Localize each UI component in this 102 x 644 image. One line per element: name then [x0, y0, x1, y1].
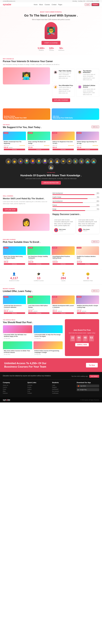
nav-pages[interactable]: Pages [58, 4, 62, 6]
recent-enroll-3[interactable]: Enroll Now [77, 312, 98, 314]
nav-about[interactable]: About [39, 4, 43, 6]
blog-post-date-1: 22 July 2023 [34, 338, 62, 339]
blog-post-title-2: Why Some Online Courses Are Better Than … [4, 350, 31, 353]
skill-bar-track-1 [52, 198, 99, 199]
stat-courses: 🎓 13 Certified Courses [27, 272, 50, 282]
explore-course-3[interactable]: ONLINE English For Freelance Workers Bas… [76, 246, 99, 266]
skill-bar-label-2: App Development65% [52, 200, 99, 202]
recent-course-1[interactable]: ONLINE Learn Data Science With Python Pa… [27, 295, 51, 315]
footer-link-blog[interactable]: Blog [3, 390, 25, 392]
enroll-button-2[interactable]: Enroll Now [52, 149, 74, 150]
hero-cta-button[interactable]: START A COURSE [42, 41, 60, 45]
apple-store-badge[interactable]: 🍎 App Store [77, 384, 99, 387]
recent-course-3[interactable]: ONLINE Webflow Workshop Build A Simple L… [76, 295, 99, 315]
explore-course-2[interactable]: ONLINE Dropshipping Best Practices Makin… [51, 246, 75, 266]
recent-thumb-0: ONLINE [3, 296, 26, 304]
explore-enroll-0[interactable]: Enroll Now [4, 263, 25, 265]
google-play-badge[interactable]: ▶ Google Play [77, 388, 99, 391]
blog-title: You Should Read Our Post . [3, 321, 63, 324]
category-card-kids-content: Kids Zone Educating Your Child Early [53, 116, 73, 119]
footer-tagline: Top Over 4150 Leading Logo [71, 376, 88, 377]
footer-top-row: Education must be obtained by anyone and… [3, 375, 99, 378]
footer-link-certificates[interactable]: Certificates [52, 392, 75, 394]
nav-contact[interactable]: Contact [51, 4, 56, 6]
cta-button[interactable]: Try Now [86, 363, 98, 368]
enroll-button-0[interactable]: Enroll Now [4, 149, 25, 150]
explore-info-0: Boost Your Design Work Using Top Figma P… [3, 255, 26, 266]
explore-meta-2: 43 ★★★ [52, 260, 74, 261]
explore-enroll-1[interactable]: Enroll Now [28, 263, 50, 265]
explore-see-all-button[interactable]: SEE ALL [92, 240, 99, 243]
explore-courses-grid: ONLINE Boost Your Design Work Using Top … [3, 246, 99, 266]
register-button[interactable]: Register [92, 3, 99, 6]
explore-thumb-3: ONLINE [76, 246, 99, 255]
skills-explore-button[interactable]: EXPLORE NOW [3, 208, 17, 212]
course-card-0[interactable]: ONLINE Modern JavaScript From The Beginn… [3, 132, 26, 151]
top-picks-see-all[interactable]: SEE ALL [92, 126, 99, 128]
blog-post-2[interactable]: Why Some Online Courses Are Better Than … [3, 341, 32, 356]
footer-link-events[interactable]: Events [27, 386, 50, 388]
hero-title: Go To The Next Level With Synauw . [3, 14, 99, 18]
explore-button[interactable]: EXPLORE COURSES [52, 98, 70, 102]
event-enroll-button[interactable]: ENROLL NOW [75, 343, 89, 346]
recent-thumb-3: ONLINE [76, 296, 99, 304]
footer-link-courses[interactable]: Courses [27, 384, 50, 386]
course-thumb-1: ONLINE [27, 132, 50, 140]
blog-post-3[interactable]: 50 Best Online Courses Of Programming La… [33, 341, 63, 356]
skill-bar-track-4 [52, 210, 99, 211]
explore-enroll-3[interactable]: Enroll Now [77, 263, 98, 265]
instructors-banner: 👩 👨 👩‍🦱 👨‍🦳 👩‍🦰 👨‍🦲 👩‍🦳 👨‍💼 👩‍💼 👨‍🎓 👩‍🎓 … [0, 155, 102, 188]
footer-link-gallery[interactable]: Gallery [27, 388, 50, 390]
course-card-3[interactable]: ONLINE Python Django App Develops To-Do … [76, 132, 99, 151]
enroll-button-1[interactable]: Enroll Now [28, 149, 50, 150]
countdown-hrs: 44 Hrs [76, 336, 81, 341]
recent-enroll-0[interactable]: Enroll Now [4, 312, 25, 314]
join-instructor-button[interactable]: JOIN AS INSTRUCTOR [41, 181, 61, 184]
footer-link-careers[interactable]: Carrers [3, 386, 25, 388]
recent-see-all-button[interactable]: SEE ALL [92, 290, 99, 292]
recent-course-0[interactable]: ONLINE JavaScript Data Structures E-Comm… [3, 295, 26, 315]
footer-link-faq[interactable]: FAQ [27, 390, 50, 392]
footer-link-dashboard[interactable]: Dashboard [52, 388, 75, 390]
instructor-photo-2: 👩‍🦱 [18, 158, 23, 164]
enroll-button-3[interactable]: Enroll Now [77, 149, 98, 150]
footer-link-register[interactable]: Register [52, 386, 75, 388]
footer-link-mycourses[interactable]: My Courses [52, 390, 75, 392]
footer-link-login[interactable]: Login [52, 384, 75, 386]
feature-video-text: High Video Quality Lorem ipsum dolor sit… [59, 70, 74, 79]
explore-info-3: English For Freelance Workers Basic 61 ★… [76, 255, 99, 266]
recent-enroll-2[interactable]: Enroll Now [52, 312, 74, 314]
instructor-photo-12: 👩‍🏫 [79, 158, 84, 164]
recent-enroll-1[interactable]: Enroll Now [28, 312, 50, 314]
blog-post-title-0: 5 Essential Skills That Will Make Your S… [4, 334, 31, 337]
recent-price-0: $90.00 $543.99 [4, 310, 25, 312]
login-button[interactable]: Login [85, 3, 90, 6]
category-card-kids[interactable]: Kids Zone Educating Your Child Early [52, 108, 99, 120]
stat-awards: 🏆 284 Awards [52, 272, 75, 282]
blog-post-0[interactable]: 5 Essential Skills That Will Make Your S… [3, 325, 32, 340]
explore-course-0[interactable]: ONLINE Boost Your Design Work Using Top … [3, 246, 26, 266]
footer-cta-button[interactable]: Get Started [89, 375, 99, 378]
explore-course-1[interactable]: ONLINE Our Experience Design Usability T… [27, 246, 51, 266]
footer-link-press[interactable]: Press [3, 388, 25, 390]
recent-thumb-2: ONLINE [52, 296, 75, 304]
nav-home[interactable]: Home [34, 4, 38, 6]
event-title: Join Event For Free [73, 329, 91, 331]
nav-courses[interactable]: Courses [45, 4, 50, 6]
recent-info-1: Learn Data Science With Python Pandas An… [27, 304, 50, 315]
footer-col-app: Download Our App 🍎 App Store ▶ Google Pl… [77, 382, 99, 394]
footer-link-contact[interactable]: Contact [27, 392, 50, 394]
skills-image: 👩 [3, 214, 50, 231]
footer-link-partners[interactable]: Partners [3, 392, 25, 394]
explore-enroll-2[interactable]: Enroll Now [52, 263, 74, 265]
explore-section: EXPLORE COURSES Pick Your Suitable Ones … [0, 237, 102, 268]
course-card-1[interactable]: ONLINE Deep Learning The Basic UX Design… [27, 132, 51, 151]
course-card-2[interactable]: ONLINE Node.js For Beginners From Zero T… [51, 132, 75, 151]
course-instructor-1: Anna Smith [28, 145, 34, 146]
blog-post-1[interactable]: 12 Essential Skills To Help Find The Des… [33, 325, 63, 340]
instructor-photo-9: 👨‍🎓 [60, 158, 66, 164]
explore-header-left: EXPLORE COURSES Pick Your Suitable Ones … [3, 239, 40, 244]
footer-link-about[interactable]: About Us [3, 384, 25, 386]
category-card-business[interactable]: Business Training Keep Training, Build Y… [3, 108, 50, 120]
recent-course-2[interactable]: ONLINE Website Development With Laravel … [51, 295, 75, 315]
